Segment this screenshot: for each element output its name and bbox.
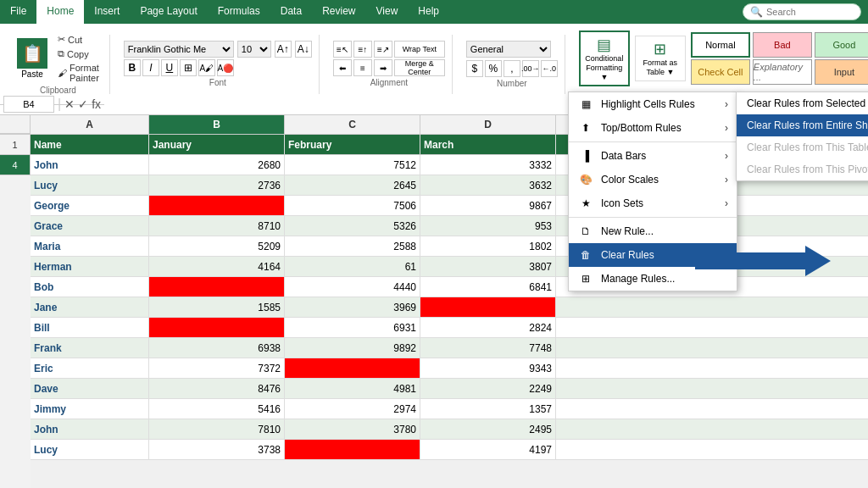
cell-a1[interactable]: Name [31, 135, 149, 154]
cell-b4[interactable] [149, 196, 285, 215]
cell-a13[interactable]: Dave [31, 379, 149, 398]
insert-function-icon[interactable]: fx [92, 97, 101, 111]
col-header-b[interactable]: B [149, 115, 285, 134]
underline-button[interactable]: U [161, 59, 178, 76]
style-explanatory[interactable]: Explanatory ... [753, 59, 812, 85]
cell-c6[interactable]: 2588 [285, 236, 420, 256]
cell-b10[interactable] [149, 318, 285, 337]
cell-d6[interactable]: 1802 [420, 236, 556, 256]
cell-c13[interactable]: 4981 [285, 379, 420, 398]
font-increase-button[interactable]: A↑ [275, 41, 292, 58]
style-check-cell[interactable]: Check Cell [691, 59, 750, 85]
font-decrease-button[interactable]: A↓ [295, 41, 312, 58]
cell-c1[interactable]: February [285, 135, 420, 154]
comma-button[interactable]: , [504, 60, 520, 77]
col-header-a[interactable]: A [31, 115, 149, 134]
menu-item-top-bottom[interactable]: ⬆ Top/Bottom Rules › [569, 116, 737, 140]
cell-b14[interactable]: 5416 [149, 399, 285, 419]
cell-c14[interactable]: 2974 [285, 399, 420, 419]
cell-d12[interactable]: 9343 [420, 358, 556, 378]
cell-d5[interactable]: 953 [420, 216, 556, 236]
cell-d4[interactable]: 9867 [420, 196, 556, 215]
decrease-decimal-button[interactable]: .00→ [522, 60, 539, 77]
tab-review[interactable]: Review [312, 0, 365, 24]
cell-c8[interactable]: 4440 [285, 277, 420, 297]
format-as-table-button[interactable]: ⊞ Format asTable ▼ [635, 36, 686, 81]
cell-b3[interactable]: 2736 [149, 175, 285, 195]
cell-a15[interactable]: John [31, 419, 149, 439]
tab-file[interactable]: File [0, 0, 36, 24]
style-normal[interactable]: Normal [691, 32, 750, 58]
submenu-selected-cells[interactable]: Clear Rules from Selected Cells [737, 92, 868, 114]
fill-color-button[interactable]: A🖌 [198, 59, 215, 76]
col-header-d[interactable]: D [420, 115, 556, 134]
cell-b8[interactable] [149, 277, 285, 297]
font-name-selector[interactable]: Franklin Gothic Me [124, 41, 234, 58]
cell-a4[interactable]: George [31, 196, 149, 215]
font-size-selector[interactable]: 10 [237, 41, 271, 58]
cell-a5[interactable]: Grace [31, 216, 149, 236]
cell-b1[interactable]: January [149, 135, 285, 154]
number-format-selector[interactable]: General [466, 41, 551, 58]
align-left-button[interactable]: ⬅ [333, 59, 352, 76]
cell-a7[interactable]: Herman [31, 257, 149, 276]
cell-a2[interactable]: John [31, 155, 149, 175]
increase-decimal-button[interactable]: ←.0 [541, 60, 558, 77]
cell-c11[interactable]: 9892 [285, 338, 420, 358]
tab-insert[interactable]: Insert [84, 0, 130, 24]
cell-a16[interactable]: Lucy [31, 440, 149, 459]
italic-button[interactable]: I [142, 59, 159, 76]
cell-c9[interactable]: 3969 [285, 297, 420, 317]
cell-c7[interactable]: 61 [285, 257, 420, 276]
align-center-button[interactable]: ≡ [353, 59, 372, 76]
cell-c4[interactable]: 7506 [285, 196, 420, 215]
cell-b11[interactable]: 6938 [149, 338, 285, 358]
cut-button[interactable]: ✂ Cut [54, 33, 103, 46]
search-input[interactable] [766, 7, 851, 17]
cell-b6[interactable]: 5209 [149, 236, 285, 256]
cell-c12[interactable] [285, 358, 420, 378]
menu-item-data-bars[interactable]: ▐ Data Bars › [569, 144, 737, 168]
cell-d8[interactable]: 6841 [420, 277, 556, 297]
cell-c10[interactable]: 6931 [285, 318, 420, 337]
tab-formulas[interactable]: Formulas [208, 0, 270, 24]
cancel-formula-icon[interactable]: ✕ [64, 97, 75, 111]
align-top-center-button[interactable]: ≡↑ [353, 41, 372, 58]
cell-b5[interactable]: 8710 [149, 216, 285, 236]
cell-c3[interactable]: 2645 [285, 175, 420, 195]
cell-a8[interactable]: Bob [31, 277, 149, 297]
menu-item-highlight-cells[interactable]: ▦ Highlight Cells Rules › [569, 92, 737, 116]
align-right-button[interactable]: ➡ [374, 59, 392, 76]
tab-home[interactable]: Home [36, 0, 84, 24]
col-header-c[interactable]: C [285, 115, 420, 134]
cell-d14[interactable]: 1357 [420, 399, 556, 419]
cell-a6[interactable]: Maria [31, 236, 149, 256]
cell-b9[interactable]: 1585 [149, 297, 285, 317]
menu-item-icon-sets[interactable]: ★ Icon Sets › [569, 191, 737, 215]
cell-b12[interactable]: 7372 [149, 358, 285, 378]
cell-a11[interactable]: Frank [31, 338, 149, 358]
cell-b15[interactable]: 7810 [149, 419, 285, 439]
cell-b2[interactable]: 2680 [149, 155, 285, 175]
cell-d2[interactable]: 3332 [420, 155, 556, 175]
cell-d10[interactable]: 2824 [420, 318, 556, 337]
cell-b13[interactable]: 8476 [149, 379, 285, 398]
copy-button[interactable]: ⧉ Copy [54, 47, 103, 60]
cell-d15[interactable]: 2495 [420, 419, 556, 439]
style-bad[interactable]: Bad [753, 32, 812, 58]
cell-d9[interactable] [420, 297, 556, 317]
percent-button[interactable]: % [485, 60, 502, 77]
format-painter-button[interactable]: 🖌 Format Painter [54, 62, 103, 84]
border-button[interactable]: ⊞ [180, 59, 197, 76]
cell-a10[interactable]: Bill [31, 318, 149, 337]
menu-item-new-rule[interactable]: 🗋 New Rule... [569, 219, 737, 243]
font-color-button[interactable]: A🔴 [217, 59, 234, 76]
paste-button[interactable]: 📋 Paste [14, 35, 51, 82]
merge-center-button[interactable]: Merge & Center [394, 59, 445, 76]
dollar-button[interactable]: $ [466, 60, 483, 77]
cell-d13[interactable]: 2249 [420, 379, 556, 398]
wrap-text-button[interactable]: Wrap Text [394, 41, 445, 58]
cell-c16[interactable] [285, 440, 420, 459]
cell-a14[interactable]: Jimmy [31, 399, 149, 419]
cell-c5[interactable]: 5326 [285, 216, 420, 236]
